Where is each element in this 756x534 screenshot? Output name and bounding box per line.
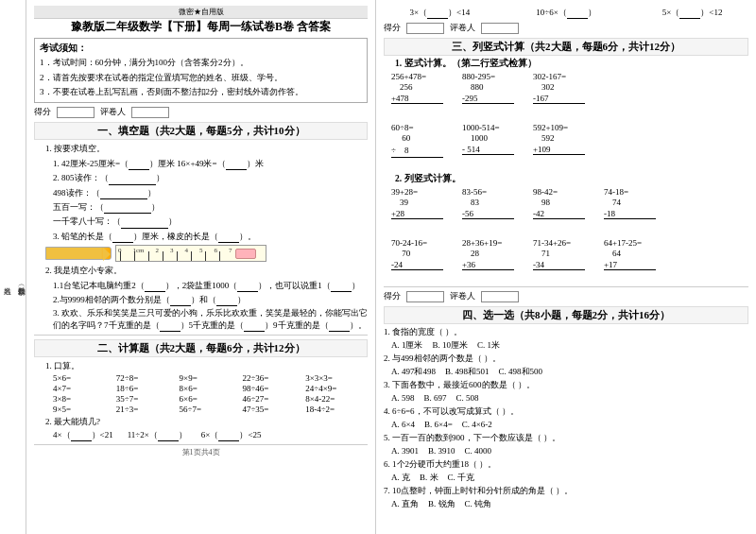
opt-c2: C. 498和500	[499, 366, 543, 379]
evaluator-label: 评卷人	[100, 106, 126, 118]
opt-c3: C. 508	[456, 392, 479, 405]
opt-c1: C. 1米	[477, 339, 500, 353]
ruler-illustration: 01cm234567	[45, 245, 368, 262]
choice-item-7: 7. 10点整时，钟面上时针和分针所成的角是（ ）。 A. 直角 B. 锐角 C…	[384, 485, 748, 510]
choice-opts-2: A. 497和498 B. 498和501 C. 498和500	[384, 366, 748, 379]
vcalc-line1: 60	[391, 132, 443, 145]
calc-item: 8×4-22=	[305, 394, 368, 404]
opt-a5: A. 3901	[391, 445, 419, 458]
vcalc-6: 592+109= 592 +109	[533, 123, 585, 171]
vcalc-line3	[604, 269, 656, 284]
choice-q2: 2. 与499相邻的两个数是（ ）。	[384, 353, 501, 363]
vcalc-line1: 71	[533, 248, 585, 260]
s2-p2-title: 2. 最大能填几?	[34, 415, 368, 428]
vcalc-line1: 592	[533, 132, 585, 145]
doc-title: 豫教版二年级数学【下册】每周一练试卷B卷 含答案	[34, 19, 368, 35]
vcalc-line1: 83	[462, 197, 514, 209]
s2-calc-row4: 9×5= 21÷3= 56÷7= 47÷35= 18-4÷2=	[34, 405, 368, 414]
s1-item-2d: 一千零八十写：（）	[34, 215, 368, 228]
calc-item: 3×3×3=	[305, 373, 368, 383]
s3-p2-calcs-row2: 70-24-16= 70 -24 28+36+19= 28 +36 71-34+…	[391, 238, 748, 284]
calc-item: 5×6=	[53, 373, 115, 383]
s3-p2-calcs-row1: 39+28= 39 +28 83-56= 83 -56 98-42= 98 -4…	[391, 187, 748, 233]
calc-item: 18-4÷2=	[305, 405, 368, 414]
vcalc-4: 60÷8= 60 ÷ 8	[391, 123, 443, 171]
vcalc-line3	[391, 157, 443, 171]
evaluator-box-r	[481, 23, 519, 34]
notice-line-3: 3．不要在试卷上乱写乱画，否则面不整洁扣2分，密封线外请勿作答。	[40, 85, 362, 98]
vcalc-line1: 98	[533, 197, 585, 209]
notice-box: 考试须知： 1．考试时间：60分钟，满分为100分（含答案分2分）。 2．请首先…	[34, 38, 368, 103]
notice-line-2: 2．请首先按要求在试卷的指定位置填写您的姓名、班级、学号。	[40, 71, 362, 84]
score-evaluator-row: 得分 评卷人	[34, 106, 368, 118]
evaluator-label-r: 评卷人	[450, 22, 475, 34]
opt-b7: B. 锐角	[428, 498, 455, 511]
vcalc-line2: -18	[604, 209, 656, 218]
vcalc-line2: - 514	[462, 145, 514, 154]
vcalc-expr: 302-167=	[533, 72, 585, 81]
choice-item-3: 3. 下面各数中，最接近600的数是（ ）。 A. 598 B. 697 C. …	[384, 379, 748, 405]
vcalc-line1: 39	[391, 197, 443, 209]
score-label-r: 得分	[384, 22, 401, 34]
s2-calc-row3: 3×8= 35÷7= 6×6= 46÷27= 8×4-22=	[34, 394, 368, 404]
right-calc-3: 5×（）<12	[662, 7, 723, 19]
vcalc-line2: -24	[391, 260, 443, 269]
vcalc-line2: +28	[391, 209, 443, 218]
s1-item-2c: 五百一写：（）	[34, 200, 368, 214]
vcalc-expr: 592+109=	[533, 123, 585, 132]
calc-item: 9×5=	[53, 405, 115, 414]
calc-item: 35÷7=	[116, 394, 179, 404]
s1-note: 1. 按要求填空。	[34, 142, 368, 155]
vcalc-5: 1000-514= 1000 - 514	[462, 123, 514, 171]
vcalc-line2: -42	[533, 209, 585, 218]
s1-p2-item1: 1.1台笔记本电脑约重2（），2袋盐重1000（），也可以说重1（）	[34, 279, 368, 292]
calc-item: 9×9=	[180, 373, 242, 383]
right-calc-2: 10÷6×（）	[536, 7, 596, 19]
vcalc-p2-3: 98-42= 98 -42	[533, 187, 585, 233]
choice-opts-1: A. 1厘米 B. 10厘米 C. 1米	[384, 339, 748, 353]
vcalc-1: 256+478= 256 +478	[391, 72, 443, 117]
opt-b2: B. 498和501	[445, 366, 490, 379]
score-label-r2: 得分	[384, 290, 401, 302]
vcalc-line1: 302	[533, 81, 585, 94]
s1-item-3: 3. 铅笔的长是（）厘米，橡皮的长是（）。	[34, 230, 368, 243]
calc-item: 22÷36=	[242, 373, 304, 383]
section2-header: 二、计算题（共2大题，每题6分，共计12分）	[34, 339, 368, 357]
vcalc-p2-1: 39+28= 39 +28	[391, 187, 443, 233]
s1-p2-item3: 3. 欢欢、乐乐和笑笑是三只可爱的小狗，乐乐比欢欢重，笑笑是最轻的，你能写出它们…	[34, 307, 368, 331]
choice-item-4: 4. 6÷6=6，不可以改写成算式（ ）。 A. 6×4 B. 6×4= C. …	[384, 405, 748, 431]
main-content: 微密★自用版 豫教版二年级数学【下册】每周一练试卷B卷 含答案 考试须知： 1．…	[26, 0, 756, 534]
vcalc-line1: 70	[391, 248, 443, 260]
choice-item-2: 2. 与499相邻的两个数是（ ）。 A. 497和498 B. 498和501…	[384, 353, 748, 378]
opt-a7: A. 直角	[391, 498, 419, 511]
calc-item: 18÷6=	[116, 384, 179, 393]
section1-header: 一、填空题（共2大题，每题5分，共计10分）	[34, 122, 368, 140]
calc-item: 56÷7=	[180, 405, 242, 414]
right-column: 3×（）<14 10÷6×（） 5×（）<12 得分 评卷人 三、列竖式计算（共…	[376, 0, 756, 534]
vcalc-line1: 880	[462, 81, 514, 94]
page-footer: 第1页共4页	[34, 444, 368, 457]
s2-calc-row1: 5×6= 72÷8= 9×9= 22÷36= 3×3×3=	[34, 373, 368, 383]
calc-item: 98÷46=	[242, 384, 304, 393]
vcalc-expr: 256+478=	[391, 72, 443, 81]
fill-expr-1: 4×（）<21	[53, 429, 113, 441]
vcalc-line2: -56	[462, 209, 514, 218]
vcalc-expr: 70-24-16=	[391, 238, 443, 248]
vcalc-line2: +478	[391, 94, 443, 103]
vcalc-line1: 64	[604, 248, 656, 260]
vcalc-line3	[604, 218, 656, 233]
vcalc-expr: 83-56=	[462, 187, 514, 197]
vcalc-line1: 256	[391, 81, 443, 94]
notice-title: 考试须知：	[40, 42, 362, 55]
top-strip-text: 微密★自用版	[179, 8, 224, 16]
right-top-calcs: 3×（）<14 10÷6×（） 5×（）<12	[384, 7, 748, 19]
choice-q6: 6. 1个2分硬币大约重18（ ）。	[384, 459, 496, 469]
opt-a2: A. 497和498	[391, 366, 436, 379]
vcalc-line2: +109	[533, 145, 585, 154]
vcalc-line1: 28	[462, 248, 514, 260]
choice-q4: 4. 6÷6=6，不可以改写成算式（ ）。	[384, 406, 519, 416]
vcalc-line3	[533, 218, 585, 233]
opt-b3: B. 697	[424, 392, 447, 405]
opt-a6: A. 克	[391, 472, 410, 485]
choice-q1: 1. 食指的宽度（ ）。	[384, 327, 462, 336]
